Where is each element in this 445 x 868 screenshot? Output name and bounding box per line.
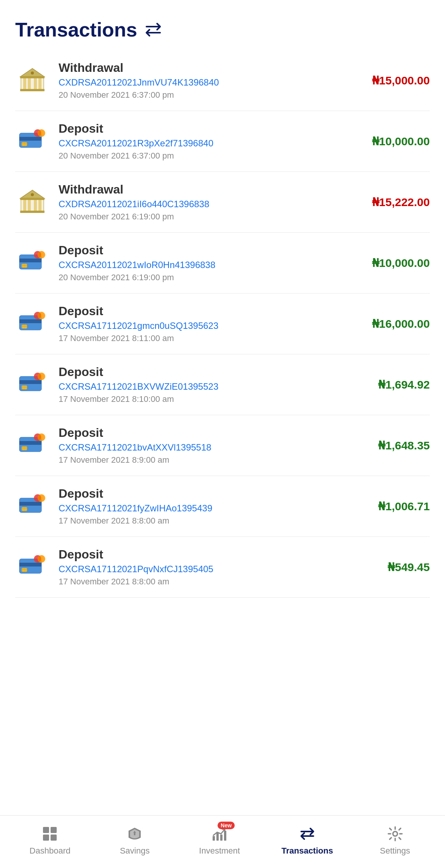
savings-label: Savings (120, 846, 149, 856)
transaction-item[interactable]: Deposit CXCRSA17112021BXVWZiE01395523 17… (15, 354, 430, 415)
transaction-icon (15, 246, 49, 280)
svg-rect-6 (20, 76, 44, 78)
transaction-icon (15, 368, 49, 402)
svg-rect-86 (134, 832, 135, 835)
transaction-type: Deposit (59, 547, 378, 562)
transaction-type: Withdrawal (59, 182, 363, 197)
svg-rect-81 (43, 827, 49, 833)
transaction-icon (15, 124, 49, 159)
transaction-ref: CXDRSA20112021JnmVU74K1396840 (59, 77, 363, 88)
transaction-amount: ₦10,000.00 (372, 256, 430, 270)
nav-item-investment[interactable]: New Investment (197, 825, 242, 856)
transaction-item[interactable]: Withdrawal CXDRSA20112021JnmVU74K1396840… (15, 50, 430, 111)
transaction-ref: CXCRSA17112021BXVWZiE01395523 (59, 381, 369, 392)
nav-item-settings[interactable]: Settings (372, 825, 418, 856)
svg-rect-37 (19, 319, 41, 323)
transactions-icon (298, 825, 316, 843)
transaction-details: Deposit CXCRSA17112021bvAtXXVl1395518 17… (59, 426, 369, 465)
page-header: Transactions (0, 0, 445, 50)
transaction-item[interactable]: Deposit CXCRSA17112021fyZwIHAo1395439 17… (15, 476, 430, 537)
transaction-date: 17 November 2021 8:9:00 am (59, 455, 369, 465)
transfer-icon (143, 20, 163, 40)
svg-rect-83 (43, 835, 49, 841)
transaction-type: Deposit (59, 365, 369, 379)
svg-rect-3 (34, 78, 37, 90)
transaction-amount: ₦15,222.00 (372, 195, 430, 209)
transaction-item[interactable]: Deposit CXCRSA20112021R3pXe2f71396840 20… (15, 111, 430, 172)
transaction-date: 17 November 2021 8:11:00 am (59, 333, 363, 343)
transaction-item[interactable]: Deposit CXCRSA20112021wIoR0Hn41396838 20… (15, 233, 430, 294)
transaction-date: 20 November 2021 6:37:00 pm (59, 151, 363, 161)
transaction-icon (15, 63, 49, 98)
svg-point-91 (393, 832, 397, 836)
investment-icon: New (210, 825, 229, 843)
transaction-details: Deposit CXCRSA17112021gmcn0uSQ1395623 17… (59, 304, 363, 343)
investment-label: Investment (199, 846, 240, 856)
transaction-amount: ₦1,006.71 (378, 500, 430, 513)
nav-item-transactions[interactable]: Transactions (281, 825, 333, 856)
transaction-ref: CXCRSA17112021gmcn0uSQ1395623 (59, 321, 363, 331)
transaction-icon (15, 489, 49, 524)
svg-rect-88 (216, 833, 219, 841)
transaction-icon (15, 307, 49, 341)
transaction-icon (15, 428, 49, 463)
svg-rect-25 (20, 211, 44, 213)
svg-rect-10 (19, 137, 41, 141)
transaction-details: Withdrawal CXDRSA20112021JnmVU74K1396840… (59, 61, 363, 100)
svg-rect-22 (38, 200, 41, 211)
transaction-icon (15, 550, 49, 584)
svg-rect-87 (213, 836, 215, 841)
transaction-date: 17 November 2021 8:8:00 am (59, 516, 369, 526)
page-title: Transactions (15, 18, 137, 41)
transaction-amount: ₦1,648.35 (378, 439, 430, 452)
transaction-type: Deposit (59, 243, 363, 257)
transaction-details: Deposit CXCRSA17112021PqvNxfCJ1395405 17… (59, 547, 378, 587)
svg-rect-84 (51, 835, 57, 841)
bottom-nav: Dashboard Savings New Investment (0, 815, 445, 868)
svg-rect-24 (20, 198, 44, 200)
transaction-type: Deposit (59, 426, 369, 440)
savings-icon (126, 825, 144, 843)
transaction-type: Withdrawal (59, 61, 363, 75)
transactions-label: Transactions (281, 846, 333, 856)
dashboard-icon (41, 825, 59, 843)
svg-rect-19 (23, 200, 26, 211)
svg-rect-1 (23, 78, 26, 90)
transaction-item[interactable]: Deposit CXCRSA17112021PqvNxfCJ1395405 17… (15, 537, 430, 598)
transactions-list: Withdrawal CXDRSA20112021JnmVU74K1396840… (0, 50, 445, 815)
svg-rect-21 (34, 200, 37, 211)
svg-rect-90 (224, 831, 226, 841)
svg-rect-64 (19, 502, 41, 506)
transaction-type: Deposit (59, 487, 369, 501)
transaction-amount: ₦16,000.00 (372, 317, 430, 330)
nav-item-savings[interactable]: Savings (112, 825, 157, 856)
transaction-date: 17 November 2021 8:10:00 am (59, 394, 369, 404)
transaction-ref: CXDRSA20112021iI6o440C1396838 (59, 199, 363, 209)
transaction-item[interactable]: Withdrawal CXDRSA20112021iI6o440C1396838… (15, 172, 430, 233)
settings-icon (386, 825, 404, 843)
transaction-details: Deposit CXCRSA20112021R3pXe2f71396840 20… (59, 122, 363, 161)
transaction-ref: CXCRSA20112021wIoR0Hn41396838 (59, 260, 363, 270)
svg-rect-82 (51, 827, 57, 833)
transaction-details: Deposit CXCRSA20112021wIoR0Hn41396838 20… (59, 243, 363, 282)
svg-rect-2 (28, 78, 31, 90)
transaction-details: Deposit CXCRSA17112021fyZwIHAo1395439 17… (59, 487, 369, 526)
transaction-date: 20 November 2021 6:19:00 pm (59, 273, 363, 282)
transaction-details: Deposit CXCRSA17112021BXVWZiE01395523 17… (59, 365, 369, 404)
transaction-date: 20 November 2021 6:19:00 pm (59, 212, 363, 222)
transaction-ref: CXCRSA17112021fyZwIHAo1395439 (59, 503, 369, 514)
svg-point-8 (31, 71, 34, 75)
svg-rect-73 (19, 563, 41, 567)
new-badge: New (218, 822, 235, 829)
transaction-type: Deposit (59, 122, 363, 136)
svg-rect-20 (28, 200, 31, 211)
dashboard-label: Dashboard (30, 846, 71, 856)
nav-item-dashboard[interactable]: Dashboard (27, 825, 73, 856)
transaction-ref: CXCRSA20112021R3pXe2f71396840 (59, 138, 363, 149)
svg-rect-28 (19, 259, 41, 262)
svg-rect-55 (19, 441, 41, 445)
transaction-item[interactable]: Deposit CXCRSA17112021gmcn0uSQ1395623 17… (15, 294, 430, 354)
svg-rect-7 (20, 89, 44, 91)
transaction-item[interactable]: Deposit CXCRSA17112021bvAtXXVl1395518 17… (15, 415, 430, 476)
transaction-amount: ₦549.45 (388, 560, 430, 574)
